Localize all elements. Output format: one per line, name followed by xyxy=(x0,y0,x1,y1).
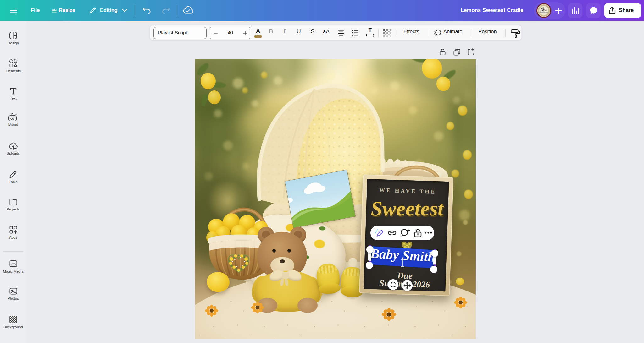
svg-text:co: co xyxy=(10,117,14,120)
